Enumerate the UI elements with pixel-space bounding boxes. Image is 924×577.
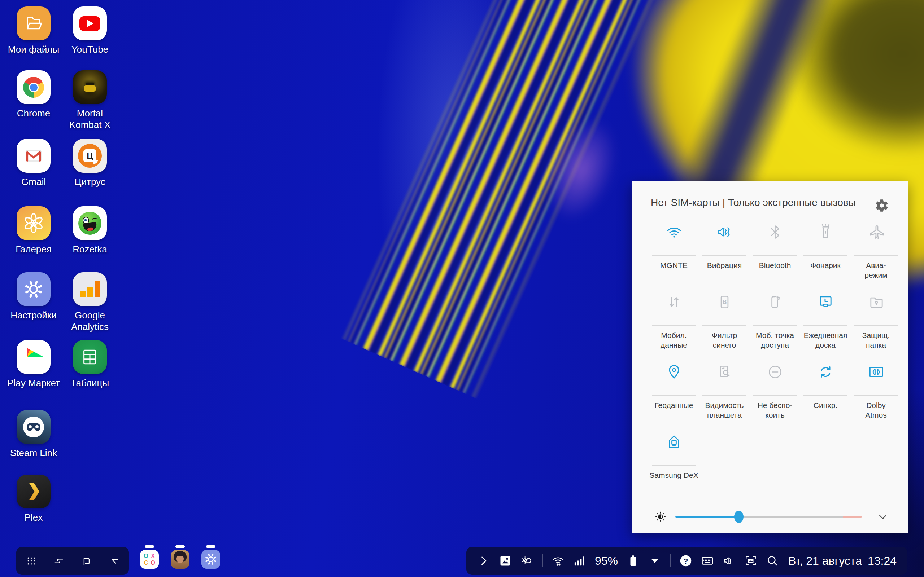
tile-flashlight[interactable]: Фонарик [800,214,851,285]
desktop-icon-label: YouTube [71,44,108,55]
desktop-icon-play-market[interactable]: Play Маркет [5,340,63,389]
mortal-kombat-x-icon [73,70,107,104]
back-button[interactable] [108,555,120,567]
tile-label: Моб. точкадоступа [756,330,794,350]
brightness-slider-thumb[interactable] [734,511,743,523]
desktop-icon-youtube[interactable]: YouTube [61,6,119,55]
date-time[interactable]: Вт, 21 августа13:24 [788,554,897,567]
signal-bars-icon[interactable] [573,554,586,567]
tile-label: Фонарик [810,260,841,270]
desktop-icon-label: Play Маркет [7,377,60,389]
date-text: Вт, 21 августа [788,554,862,567]
desktop-icon-gallery[interactable]: Галерея [5,206,63,255]
desktop-icon-chrome[interactable]: Chrome [5,70,63,119]
settings-gear-icon[interactable] [874,198,889,213]
tile-mobile-data[interactable]: Мобил.данные [649,285,699,355]
tile-daily-board[interactable]: Ежедневнаядоска [800,285,851,355]
weather-notification-icon[interactable] [520,554,533,567]
desktop-icon-google-analytics[interactable]: GoogleAnalytics [61,272,119,332]
volume-mute-icon[interactable] [723,554,736,567]
desktop-icon-settings[interactable]: Настройки [5,272,63,321]
daily-board-icon [817,293,834,311]
search-icon[interactable] [766,554,779,567]
svg-text:B: B [722,298,727,305]
tile-divider [854,325,898,326]
tile-do-not-disturb[interactable]: Не беспо-коить [750,355,800,424]
tile-label: Авиа-режим [864,260,887,280]
taskbar-app-oxco[interactable]: OXCO [140,545,159,569]
tile-label: Не беспо-коить [758,400,793,420]
desktop-icon-label: Steam Link [10,447,57,459]
panel-collapse-chevron-icon[interactable] [877,511,888,522]
desktop-icon-steam-link[interactable]: Steam Link [5,410,63,459]
help-icon[interactable]: ? [679,554,692,567]
keyboard-icon[interactable] [701,554,714,567]
vibration-icon [716,223,733,240]
desktop-icon-citrus[interactable]: Ц Цитрус [61,139,119,187]
tile-label: Ежедневнаядоска [804,330,848,350]
tile-label: Геоданные [655,400,693,410]
taskbar-running-apps: OXCO [140,545,220,569]
desktop-icon-plex[interactable]: Plex [5,475,63,523]
desktop-icon-label: Таблицы [71,377,109,389]
battery-icon[interactable] [627,554,640,567]
flashlight-icon [817,223,834,240]
wifi-status-icon[interactable] [551,554,564,567]
brightness-row [649,508,892,526]
desktop-icon-mortal-kombat-x[interactable]: MortalKombat X [61,70,119,131]
taskbar-app-avatar[interactable] [171,545,189,569]
desktop-icon-sheets[interactable]: Таблицы [61,340,119,389]
settings-app-icon [201,550,220,569]
tile-divider [652,325,696,326]
rozetka-icon [73,206,107,240]
tile-tablet-visibility[interactable]: Видимостьпланшета [699,355,750,424]
tile-divider [703,325,746,326]
desktop-icon-gmail[interactable]: Gmail [5,139,63,187]
tile-label: Защищ.папка [862,330,890,350]
caret-down-icon[interactable] [648,554,661,567]
tile-label: Вибрация [707,260,742,270]
tile-divider [854,395,898,396]
tablet-visibility-icon [716,363,733,380]
tile-vibration[interactable]: Вибрация [699,214,750,285]
brightness-slider[interactable] [675,516,862,518]
apps-grid-button[interactable] [25,555,37,567]
running-indicator [206,545,215,548]
tile-bluetooth[interactable]: Bluetooth [750,214,800,285]
tile-secure-folder[interactable]: Защищ.папка [851,285,901,355]
tile-divider [803,395,848,396]
tile-label: Samsung DeX [649,470,698,480]
tile-label: DolbyAtmos [865,400,887,420]
tile-location[interactable]: Геоданные [649,355,699,424]
desktop-icon-rozetka[interactable]: Rozetka [61,206,119,255]
expand-right-icon[interactable] [477,554,490,567]
tile-airplane[interactable]: Авиа-режим [851,214,901,285]
tile-blue-filter[interactable]: B Фильтрсинего [699,285,750,355]
desktop-icon-label: Chrome [17,108,50,119]
tile-label: MGNTE [660,260,688,270]
tile-hotspot[interactable]: Моб. точкадоступа [750,285,800,355]
tile-dolby-atmos[interactable]: DolbyAtmos [851,355,901,424]
dex-desktop: Мои файлы YouTube Chrome MortalKombat X … [0,0,924,577]
gallery-notification-icon[interactable] [499,554,512,567]
taskbar-app-settings[interactable] [201,545,220,569]
desktop-icon-my-files[interactable]: Мои файлы [5,6,63,55]
running-indicator [175,545,185,548]
quick-settings-panel: Нет SIM-карты | Только экстренные вызовы… [632,181,908,533]
game-avatar-icon [171,550,189,569]
settings-icon [16,272,50,306]
windowed-mode-button[interactable] [81,555,92,567]
tile-wifi[interactable]: MGNTE [649,214,699,285]
sim-status-text: Нет SIM-карты | Только экстренные вызовы [651,197,856,208]
tile-samsung-dex[interactable]: Samsung DeX [649,424,699,495]
desktop-icon-label: Gmail [21,176,46,187]
running-indicator [145,545,154,548]
chrome-icon [16,70,50,104]
gmail-icon [16,139,50,173]
tile-sync[interactable]: Синхр. [800,355,851,424]
screen-capture-icon[interactable] [744,554,757,567]
tile-label: Фильтрсинего [712,330,737,350]
recents-button[interactable] [53,555,65,567]
tile-divider [753,255,797,256]
desktop-icon-label: Rozetka [73,243,107,255]
